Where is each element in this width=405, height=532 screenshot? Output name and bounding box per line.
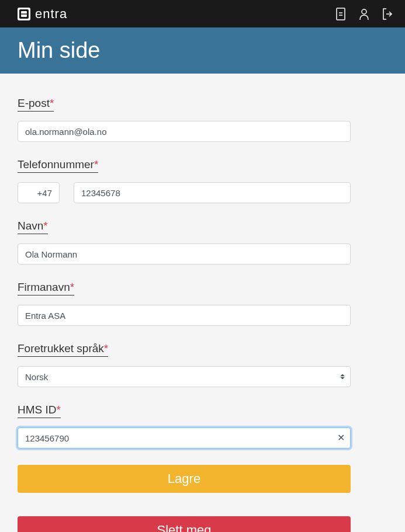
- phone-number-field[interactable]: [74, 182, 351, 203]
- language-select[interactable]: Norsk: [18, 366, 351, 387]
- svg-point-7: [362, 9, 366, 14]
- required-marker: *: [50, 97, 54, 109]
- name-field[interactable]: [18, 244, 351, 265]
- name-label: Navn*: [18, 220, 48, 234]
- phone-label: Telefonnummer*: [18, 158, 98, 173]
- email-label: E-post*: [18, 97, 54, 112]
- document-icon[interactable]: [335, 7, 347, 21]
- required-marker: *: [70, 281, 74, 293]
- company-label: Firmanavn*: [18, 281, 74, 295]
- required-marker: *: [104, 342, 108, 354]
- logo-icon: [18, 8, 30, 20]
- required-marker: *: [57, 404, 61, 416]
- page-title: Min side: [18, 38, 387, 63]
- user-icon[interactable]: [358, 7, 370, 21]
- logout-icon[interactable]: [382, 7, 393, 21]
- language-label: Foretrukket språk*: [18, 342, 108, 357]
- logo[interactable]: entra: [18, 6, 67, 22]
- clear-icon[interactable]: ✕: [337, 433, 345, 443]
- company-field[interactable]: [18, 305, 351, 326]
- email-field[interactable]: [18, 121, 351, 142]
- delete-button[interactable]: Slett meg: [18, 516, 351, 532]
- required-marker: *: [94, 158, 98, 171]
- save-button[interactable]: Lagre: [18, 465, 351, 493]
- logo-text: entra: [35, 6, 67, 22]
- svg-rect-4: [337, 8, 345, 20]
- required-marker: *: [43, 220, 47, 232]
- hms-id-label: HMS ID*: [18, 404, 61, 418]
- hms-id-field[interactable]: [18, 427, 351, 448]
- country-code-field[interactable]: [18, 182, 60, 203]
